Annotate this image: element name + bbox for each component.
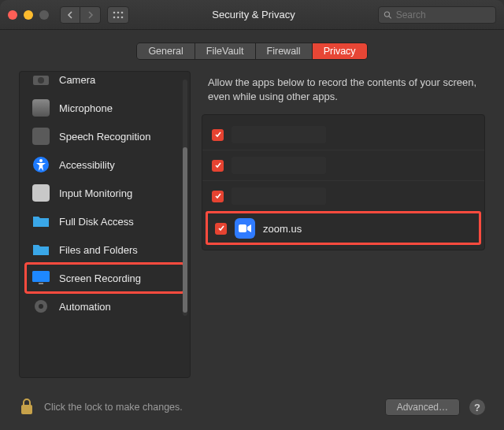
disk-folder-icon <box>31 213 51 230</box>
sidebar-item-input-monitoring[interactable]: Input Monitoring <box>26 179 183 207</box>
svg-point-5 <box>121 16 124 18</box>
show-all-button[interactable] <box>107 6 129 24</box>
titlebar: Security & Privacy <box>0 0 504 30</box>
svg-rect-17 <box>21 405 32 414</box>
app-icon-redacted <box>232 126 326 143</box>
app-row[interactable] <box>202 180 484 211</box>
speech-icon <box>31 128 51 145</box>
display-icon <box>31 269 51 287</box>
svg-point-11 <box>39 159 43 162</box>
app-list: zoom.us <box>202 114 485 250</box>
svg-point-1 <box>117 11 120 13</box>
search-icon <box>384 10 392 20</box>
sidebar-item-label: Input Monitoring <box>59 187 132 199</box>
sidebar-item-full-disk[interactable]: Full Disk Access <box>26 207 183 235</box>
back-button[interactable] <box>60 6 80 24</box>
advanced-button[interactable]: Advanced… <box>385 398 460 416</box>
app-icon-redacted <box>232 157 326 174</box>
keyboard-icon <box>31 184 51 202</box>
checkbox[interactable] <box>212 160 224 172</box>
sidebar: Camera Microphone Speech Recognition Acc… <box>19 71 191 378</box>
checkbox[interactable] <box>212 129 224 141</box>
zoom-window-button[interactable] <box>39 10 49 20</box>
svg-rect-12 <box>32 271 50 282</box>
svg-point-15 <box>39 304 43 309</box>
sidebar-item-automation[interactable]: Automation <box>26 292 183 321</box>
detail-panel: Allow the apps below to record the conte… <box>202 71 485 381</box>
svg-point-9 <box>38 77 44 83</box>
app-row[interactable] <box>202 150 484 180</box>
tab-filevault[interactable]: FileVault <box>195 43 256 59</box>
gear-icon <box>31 298 51 315</box>
app-icon-redacted <box>232 187 326 205</box>
sidebar-item-label: Files and Folders <box>59 244 138 256</box>
footer: Click the lock to make changes. Advanced… <box>0 384 504 430</box>
folder-icon <box>31 241 51 258</box>
sidebar-item-files-folders[interactable]: Files and Folders <box>26 235 183 264</box>
search-field[interactable] <box>378 6 496 24</box>
sidebar-item-label: Automation <box>59 301 111 313</box>
sidebar-item-label: Microphone <box>59 102 113 114</box>
svg-point-6 <box>384 12 389 17</box>
app-row-zoom[interactable]: zoom.us <box>206 211 481 245</box>
checkbox[interactable] <box>212 191 224 202</box>
svg-rect-16 <box>239 224 246 232</box>
nav-buttons <box>60 6 129 24</box>
sidebar-item-speech[interactable]: Speech Recognition <box>26 122 183 150</box>
scroll-thumb[interactable] <box>183 147 187 313</box>
tab-firewall[interactable]: Firewall <box>256 43 313 59</box>
app-row[interactable] <box>202 120 484 150</box>
lock-text: Click the lock to make changes. <box>44 402 376 413</box>
search-input[interactable] <box>396 9 491 20</box>
help-button[interactable]: ? <box>469 399 485 415</box>
sidebar-item-label: Camera <box>59 74 95 86</box>
accessibility-icon <box>31 156 51 173</box>
sidebar-item-microphone[interactable]: Microphone <box>26 94 183 122</box>
sidebar-item-camera[interactable]: Camera <box>26 71 183 94</box>
zoom-app-icon <box>235 218 255 239</box>
checkbox[interactable] <box>215 223 227 235</box>
forward-button[interactable] <box>80 6 101 24</box>
traffic-lights <box>8 10 49 20</box>
svg-rect-13 <box>39 283 43 284</box>
lock-icon[interactable] <box>19 397 35 418</box>
sidebar-item-label: Accessibility <box>59 159 115 171</box>
tab-bar: General FileVault Firewall Privacy <box>0 43 504 60</box>
camera-icon <box>31 71 51 88</box>
svg-line-7 <box>389 16 391 18</box>
sidebar-item-screen-recording[interactable]: Screen Recording <box>26 264 183 292</box>
main-content: Camera Microphone Speech Recognition Acc… <box>0 60 504 381</box>
panel-description: Allow the apps below to record the conte… <box>202 71 485 114</box>
microphone-icon <box>31 99 51 117</box>
tab-general[interactable]: General <box>137 43 195 59</box>
svg-point-4 <box>117 16 120 18</box>
sidebar-item-label: Speech Recognition <box>59 131 150 143</box>
svg-point-3 <box>113 16 116 18</box>
window-title: Security & Privacy <box>129 9 378 20</box>
sidebar-item-accessibility[interactable]: Accessibility <box>26 150 183 179</box>
sidebar-item-label: Full Disk Access <box>59 216 134 228</box>
close-window-button[interactable] <box>8 10 17 20</box>
minimize-window-button[interactable] <box>24 10 33 20</box>
tab-privacy[interactable]: Privacy <box>313 43 367 59</box>
app-name: zoom.us <box>263 223 302 235</box>
svg-point-2 <box>121 11 124 13</box>
svg-point-0 <box>113 11 116 13</box>
sidebar-item-label: Screen Recording <box>59 272 141 284</box>
